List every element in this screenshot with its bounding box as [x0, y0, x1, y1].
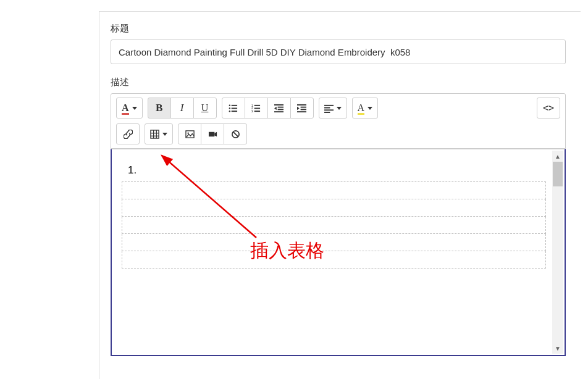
- outdent-icon: [274, 104, 284, 113]
- svg-rect-3: [232, 107, 237, 109]
- scroll-down-arrow-icon[interactable]: ▼: [552, 343, 563, 354]
- svg-rect-25: [324, 112, 330, 113]
- codeview-button[interactable]: <>: [537, 98, 560, 119]
- table-cell[interactable]: [122, 251, 546, 269]
- svg-rect-19: [301, 109, 306, 110]
- svg-rect-1: [232, 104, 237, 106]
- svg-rect-5: [232, 110, 237, 112]
- svg-marker-16: [274, 106, 277, 110]
- caret-down-icon: [368, 107, 372, 110]
- inserted-table[interactable]: [122, 181, 546, 269]
- svg-point-32: [187, 132, 188, 133]
- svg-rect-23: [324, 107, 330, 108]
- caret-down-icon: [132, 107, 137, 110]
- link-button[interactable]: [116, 123, 140, 144]
- scroll-up-arrow-icon[interactable]: ▲: [552, 151, 563, 162]
- link-group: [116, 123, 140, 144]
- ordered-list-icon: 123: [251, 104, 261, 113]
- svg-rect-7: [254, 104, 260, 106]
- video-icon: [208, 130, 217, 139]
- ordered-list-item[interactable]: 1.: [128, 164, 546, 177]
- outdent-button[interactable]: [267, 98, 291, 119]
- ordered-list-button[interactable]: 123: [245, 98, 268, 119]
- table-cell[interactable]: [122, 217, 546, 234]
- highlight-icon: A: [358, 102, 365, 114]
- align-left-icon: [324, 104, 334, 113]
- svg-rect-26: [151, 130, 159, 138]
- svg-marker-21: [297, 106, 300, 110]
- editor-area[interactable]: 1. ▲ ▼: [111, 149, 566, 356]
- svg-rect-20: [297, 111, 306, 112]
- svg-rect-14: [278, 109, 284, 110]
- style-group: B I U: [148, 98, 217, 119]
- caret-down-icon: [162, 133, 167, 136]
- table-group: [145, 123, 173, 144]
- link-icon: [124, 130, 133, 139]
- svg-rect-12: [274, 104, 284, 105]
- svg-text:3: 3: [251, 110, 253, 113]
- highlight-group: A: [352, 98, 379, 119]
- svg-rect-24: [324, 109, 334, 110]
- picture-icon: [185, 130, 195, 139]
- svg-rect-9: [254, 107, 260, 109]
- title-input[interactable]: [111, 40, 566, 64]
- table-cell[interactable]: [122, 182, 546, 199]
- vertical-scrollbar[interactable]: ▲ ▼: [552, 151, 563, 354]
- unordered-list-icon: [229, 104, 238, 113]
- svg-rect-11: [254, 110, 260, 112]
- indent-button[interactable]: [290, 98, 314, 119]
- form-panel: 标题 描述 A: [99, 11, 581, 379]
- font-color-group: A: [116, 98, 143, 119]
- svg-marker-34: [214, 131, 217, 136]
- description-block: 描述 A B I: [111, 77, 566, 356]
- page-root: 标题 描述 A: [0, 0, 588, 379]
- picture-button[interactable]: [178, 123, 201, 144]
- underline-button[interactable]: U: [193, 98, 217, 119]
- italic-button[interactable]: I: [170, 98, 194, 119]
- svg-point-2: [229, 107, 230, 109]
- bold-button[interactable]: B: [148, 98, 171, 119]
- align-group: [319, 98, 347, 119]
- font-color-icon: A: [122, 102, 129, 114]
- font-color-button[interactable]: A: [116, 98, 143, 119]
- video-button[interactable]: [201, 123, 224, 144]
- media-group: [178, 123, 247, 144]
- align-button[interactable]: [319, 98, 347, 119]
- description-label: 描述: [111, 77, 566, 88]
- ban-icon: [231, 130, 240, 139]
- table-cell[interactable]: [122, 199, 546, 217]
- toolbar-row-2: [116, 123, 560, 144]
- indent-icon: [297, 104, 306, 113]
- table-button[interactable]: [145, 123, 173, 144]
- svg-rect-13: [278, 106, 284, 107]
- editor-toolbar: A B I U: [111, 93, 566, 149]
- scroll-track[interactable]: [552, 162, 563, 343]
- svg-rect-22: [324, 104, 334, 106]
- title-label: 标题: [111, 23, 566, 35]
- editor-content[interactable]: 1.: [118, 156, 550, 349]
- svg-rect-17: [297, 104, 306, 105]
- caret-down-icon: [337, 107, 342, 110]
- svg-rect-33: [208, 131, 214, 136]
- remove-format-button[interactable]: [224, 123, 247, 144]
- toolbar-row-1: A B I U: [116, 98, 560, 119]
- svg-rect-18: [301, 106, 306, 107]
- svg-line-36: [233, 131, 238, 136]
- scroll-thumb[interactable]: [553, 162, 563, 186]
- table-cell[interactable]: [122, 234, 546, 251]
- list-group: 123: [222, 98, 314, 119]
- codeview-group: <>: [537, 98, 560, 119]
- highlight-button[interactable]: A: [352, 98, 379, 119]
- svg-point-4: [229, 110, 230, 111]
- svg-point-0: [229, 104, 230, 106]
- unordered-list-button[interactable]: [222, 98, 245, 119]
- table-icon: [150, 130, 159, 139]
- svg-rect-15: [274, 111, 284, 112]
